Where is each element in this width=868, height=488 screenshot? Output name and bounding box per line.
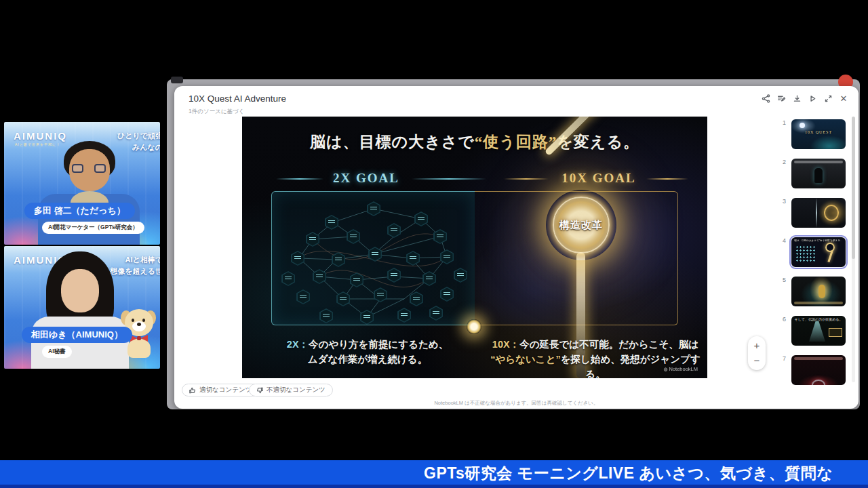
download-icon[interactable]: [791, 93, 802, 104]
slide-thumbnail-3[interactable]: [791, 198, 846, 228]
ai-disclaimer: NotebookLM は不正確な場合があります。回答は再確認してください。: [174, 400, 859, 407]
glowing-figure: [818, 285, 825, 298]
caption-2x: 2X：今のやり方を前提にするため、 ムダな作業が増え続ける。: [249, 337, 486, 367]
source-count-label: 1件のソースに基づく: [189, 108, 244, 116]
text-bar: [794, 302, 843, 304]
live-ticker-banner: GPTs研究会 モーニングLIVE あいさつ、気づき、質問な: [0, 460, 868, 485]
glasses-right: [94, 164, 106, 173]
edit-note-icon[interactable]: [776, 93, 787, 104]
arc-glow: [812, 380, 825, 385]
mini-orb: [825, 243, 835, 252]
thumb-number-6: 6: [776, 316, 786, 323]
thumbs-down-icon: [256, 387, 263, 394]
light-split: [816, 198, 817, 228]
speaker-2-name-badge: 相田ゆき（AIMUNIQ）: [22, 327, 132, 343]
zoom-out-button[interactable]: −: [754, 356, 760, 365]
aimuniq-logo: AIMUNIQ: [14, 130, 67, 142]
divider: [504, 178, 549, 180]
thumb-number-4: 4: [776, 237, 786, 244]
beam-origin-glow: [467, 319, 481, 334]
zoom-control: + −: [748, 336, 766, 370]
notebooklm-slideshow-card: 10X Quest AI Adventure 1件のソースに基づく ✕ 脳は: [174, 86, 859, 409]
figure-silhouette: [814, 168, 823, 183]
notebooklm-watermark: NotebookLM: [663, 366, 698, 372]
text-bar: [794, 357, 843, 360]
expand-icon[interactable]: [823, 93, 833, 104]
structural-reform-orb: 構造改革: [546, 190, 616, 260]
feedback-bad-button[interactable]: 不適切なコンテンツ: [249, 384, 333, 396]
2x-network-panel: [271, 191, 475, 325]
thumb-number-7: 7: [776, 355, 786, 362]
thumb-number-1: 1: [776, 119, 786, 126]
divider: [276, 178, 323, 180]
slide-title: 脳は、目標の大きさで“使う回路”を変える。: [242, 131, 707, 152]
scrollbar-thumb[interactable]: [852, 117, 855, 259]
ticker-text: GPTs研究会 モーニングLIVE あいさつ、気づき、質問な: [424, 463, 833, 484]
stream-stage: AIMUNIQ AIと愛で世界を平和に！ ひとりで頑張みんなの 多田 啓二（ただ…: [0, 0, 868, 488]
slide-thumbnail-7[interactable]: [791, 355, 846, 385]
light-beam: [809, 321, 825, 342]
ticker-bottom-strip: [0, 485, 868, 488]
slide-thumbnail-1[interactable]: 10X QUEST: [791, 119, 846, 149]
slide-thumbnail-2[interactable]: [791, 159, 846, 188]
speaker-1-name-badge: 多田 啓二（ただっち）: [24, 203, 135, 219]
slide-thumbnail-4-selected[interactable]: 脳は、目標の大きさで“使う回路”を変える。: [791, 237, 846, 267]
browser-tab-stub: [171, 77, 183, 83]
moon-glyph: [800, 123, 805, 128]
document-title: 10X Quest AI Adventure: [189, 94, 286, 104]
gold-text-box: [829, 328, 842, 337]
play-icon[interactable]: [807, 93, 818, 104]
thumb-number-5: 5: [776, 277, 786, 283]
slide-thumbnail-6[interactable]: そして、伝説の力が目覚める。: [791, 316, 846, 346]
glasses-left: [72, 164, 83, 173]
mini-beam: [827, 251, 833, 262]
slide-canvas: 脳は、目標の大きさで“使う回路”を変える。 2X GOAL 10X GOAL: [242, 117, 707, 378]
webcam-feed-1: AIMUNIQ AIと愛で世界を平和に！ ひとりで頑張みんなの 多田 啓二（ただ…: [4, 122, 160, 245]
slide-thumbnail-5[interactable]: [791, 277, 846, 306]
share-icon[interactable]: [760, 93, 771, 104]
webcam-feed-2: AIMUNIQ AIと相棒で想像を超える世 相田ゆき（AIMUNIQ） AI秘書: [4, 246, 160, 369]
divider: [646, 178, 688, 180]
thumb-number-2: 2: [776, 159, 786, 165]
divider: [412, 178, 486, 180]
thumb-number-3: 3: [776, 198, 786, 205]
text-bar: [794, 161, 843, 163]
thumbnail-scrollbar[interactable]: [852, 117, 855, 382]
zoom-in-button[interactable]: +: [754, 341, 760, 350]
close-icon[interactable]: ✕: [838, 93, 849, 104]
feedback-good-button[interactable]: 適切なコンテンツ: [182, 384, 259, 396]
comparison-panel: [271, 191, 678, 325]
speaker-2-role-badge: AI秘書: [42, 346, 72, 358]
thumbs-up-icon: [189, 387, 196, 394]
speaker-1-role-badge: AI開花マーケター（GPTs研究会）: [42, 222, 144, 234]
orb-label: 構造改革: [559, 219, 603, 232]
gold-ring: [824, 205, 839, 221]
viewer-toolbar: ✕: [760, 93, 849, 104]
mini-network: [795, 245, 816, 262]
